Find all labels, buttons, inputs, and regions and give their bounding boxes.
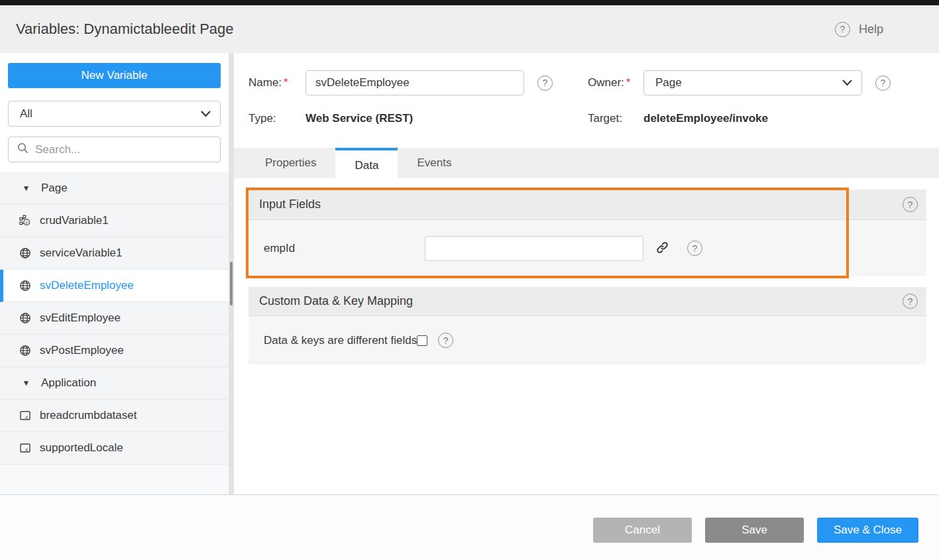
sidebar-item-label: svEditEmployee [40,311,121,325]
data-tab-panel: Input Fields ? empId ? [234,178,939,494]
custom-mapping-help-icon[interactable]: ? [903,294,918,309]
input-fields-section: Input Fields ? empId ? [249,190,926,276]
tab-properties[interactable]: Properties [246,148,335,178]
variable-summary-form: Name:* ? Owner:* Page ? Type: Web Servic… [234,53,939,127]
triangle-down-icon: ▼ [20,378,32,388]
sidebar-main-divider [229,53,234,494]
type-value: Web Service (REST) [305,112,413,125]
help-icon: ? [835,22,850,37]
globe-icon [19,345,31,357]
different-fields-checkbox[interactable] [417,335,427,346]
help-label: Help [859,23,883,36]
dialog-footer: Cancel Save Save & Close [0,494,939,560]
sidebar-item-supportedLocale[interactable]: xsupportedLocale [0,432,229,465]
different-fields-label: Data & keys are different fields [264,334,417,347]
page-title: Variables: Dynamictableedit Page [16,21,234,38]
svg-text:x: x [25,414,28,420]
crud-variable-icon: x [19,215,31,227]
help-button[interactable]: ? Help [835,22,883,37]
name-label: Name:* [249,76,305,89]
search-icon [17,142,28,156]
empid-help-icon[interactable]: ? [687,241,702,256]
sidebar-item-label: serviceVariable1 [40,247,122,260]
required-marker: * [626,76,631,89]
model-variable-icon: x [19,442,31,454]
tab-events[interactable]: Events [398,148,470,178]
owner-help-icon[interactable]: ? [875,76,891,91]
dialog-header: Variables: Dynamictableedit Page ? Help [0,5,939,53]
sidebar-item-svEditEmployee[interactable]: svEditEmployee [0,302,229,335]
type-label: Type: [249,112,305,125]
globe-icon [19,247,31,259]
sidebar-item-svDeleteEmployee[interactable]: svDeleteEmployee [0,270,229,302]
name-help-icon[interactable]: ? [537,76,553,91]
sidebar-item-label: svDeleteEmployee [40,279,134,292]
svg-text:x: x [25,446,28,453]
sidebar-group-Application[interactable]: ▼Application [0,367,229,400]
chevron-down-icon [201,107,211,121]
sidebar-item-label: Application [41,376,96,390]
tab-data[interactable]: Data [335,148,398,181]
sidebar-item-label: svPostEmployee [40,344,124,357]
owner-label: Owner:* [588,76,643,89]
name-field[interactable] [305,70,524,95]
target-label: Target: [588,112,643,125]
custom-mapping-section: Custom Data & Key Mapping ? Data & keys … [249,287,926,364]
variables-list: ▼PagexcrudVariable1serviceVariable1svDel… [0,172,229,494]
sidebar-item-crudVariable1[interactable]: xcrudVariable1 [0,205,229,237]
sidebar-item-svPostEmployee[interactable]: svPostEmployee [0,335,229,367]
globe-icon [19,312,31,324]
bind-variable-button[interactable] [655,240,670,257]
input-fields-help-icon[interactable]: ? [903,197,918,212]
sidebar-item-breadcrumbdataset[interactable]: xbreadcrumbdataset [0,400,229,432]
variable-filter-value: All [20,107,32,121]
variable-search [8,137,221,162]
detail-tabs: Properties Data Events [234,148,939,178]
model-variable-icon: x [19,410,31,421]
sidebar-item-label: crudVariable1 [40,214,109,227]
sidebar-item-label: breadcrumbdataset [40,409,137,422]
target-value: deleteEmployee/invoke [643,112,768,125]
input-fields-title: Input Fields [259,197,321,211]
owner-value: Page [655,76,682,89]
sidebar-item-label: supportedLocale [40,441,123,455]
svg-text:x: x [25,219,28,225]
sidebar-group-Page[interactable]: ▼Page [0,172,229,205]
link-icon [656,241,669,256]
variables-sidebar: New Variable All ▼PagexcrudVariable1serv… [0,53,229,494]
chevron-down-icon [842,76,852,89]
new-variable-button[interactable]: New Variable [8,63,221,88]
empid-field[interactable] [425,236,643,261]
sidebar-item-serviceVariable1[interactable]: serviceVariable1 [0,237,229,270]
different-fields-help-icon[interactable]: ? [438,333,453,348]
search-input[interactable] [35,143,212,156]
cancel-button[interactable]: Cancel [593,518,692,543]
variable-filter-select[interactable]: All [8,101,221,127]
empid-label: empId [264,242,425,255]
save-button[interactable]: Save [705,518,804,543]
owner-select[interactable]: Page [643,70,862,95]
required-marker: * [284,76,288,89]
background-page-strip [0,0,939,5]
triangle-down-icon: ▼ [20,184,32,193]
custom-mapping-title: Custom Data & Key Mapping [259,294,413,308]
globe-icon [19,280,31,292]
sidebar-item-label: Page [41,182,68,195]
save-and-close-button[interactable]: Save & Close [817,518,918,543]
sidebar-scrollbar[interactable] [230,262,233,306]
